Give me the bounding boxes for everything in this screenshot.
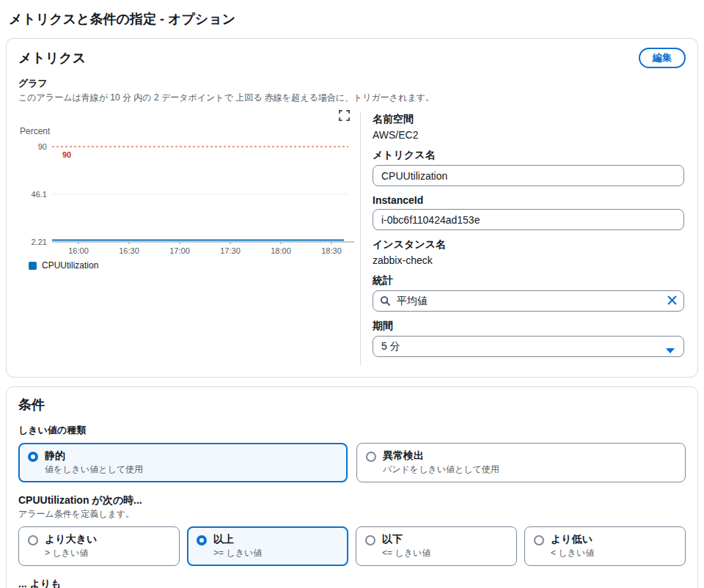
condition-label: CPUUtilization が次の時...: [18, 494, 686, 507]
radio-checked-icon: [197, 535, 207, 545]
instance-id-input[interactable]: [373, 209, 684, 230]
radio-unchecked-icon: [534, 535, 544, 545]
option-description: バンドをしきい値として使用: [383, 463, 499, 476]
option-label: 以下: [382, 533, 430, 546]
clear-statistic-icon[interactable]: [667, 295, 677, 307]
radio-unchecked-icon: [366, 452, 376, 462]
instance-name-value: zabbix-check: [373, 254, 684, 266]
threshold-type-options: 静的 値をしきい値として使用 異常検出 バンドをしきい値として使用: [18, 443, 686, 482]
option-description: > しきい値: [45, 547, 97, 559]
option-description: < しきい値: [551, 547, 594, 559]
namespace-value: AWS/EC2: [373, 129, 684, 141]
edit-button[interactable]: 編集: [639, 48, 686, 68]
option-label: 以上: [213, 533, 262, 546]
svg-text:18:00: 18:00: [271, 246, 291, 255]
operator-less-equal-option[interactable]: 以下 <= しきい値: [356, 526, 517, 566]
option-label: 異常検出: [383, 449, 499, 463]
operator-greater-equal-option[interactable]: 以上 >= しきい値: [187, 526, 348, 566]
statistic-label: 統計: [373, 274, 684, 287]
threshold-value-label: ... よりも: [18, 578, 686, 588]
option-description: 値をしきい値として使用: [45, 463, 143, 476]
radio-unchecked-icon: [365, 535, 375, 545]
svg-text:17:30: 17:30: [220, 246, 241, 255]
svg-text:2.21: 2.21: [32, 238, 47, 246]
instance-name-label: インスタンス名: [373, 238, 684, 251]
search-icon: [380, 295, 391, 309]
svg-text:18:30: 18:30: [321, 246, 342, 255]
option-description: >= しきい値: [213, 547, 262, 559]
period-selected-value: 5 分: [381, 340, 400, 352]
specify-metric-page: メトリクスと条件の指定 - オプション メトリクス 編集 グラフ このアラームは…: [0, 0, 704, 588]
namespace-label: 名前空間: [373, 113, 684, 126]
option-description: <= しきい値: [382, 547, 430, 559]
chart-legend: CPUUtilization: [29, 260, 357, 271]
threshold-type-anomaly-option[interactable]: 異常検出 バンドをしきい値として使用: [356, 443, 686, 482]
svg-text:46.1: 46.1: [32, 190, 47, 199]
svg-text:16:00: 16:00: [68, 246, 89, 255]
expand-chart-icon[interactable]: [339, 110, 350, 123]
metric-plot-svg: 9046.12.219016:0016:3017:0017:3018:0018:…: [18, 138, 354, 257]
threshold-type-static-option[interactable]: 静的 値をしきい値として使用: [18, 443, 348, 482]
statistic-input[interactable]: [373, 290, 684, 312]
page-title: メトリクスと条件の指定 - オプション: [9, 10, 698, 28]
metrics-card: メトリクス 編集 グラフ このアラームは青線が 10 分 内の 2 データポイン…: [6, 38, 698, 378]
y-axis-unit-label: Percent: [20, 126, 357, 136]
conditions-card-title: 条件: [18, 396, 686, 414]
operator-lower-option[interactable]: より低い < しきい値: [524, 526, 686, 566]
metric-name-input[interactable]: [373, 165, 684, 186]
svg-text:17:00: 17:00: [169, 246, 190, 255]
operator-greater-option[interactable]: より大きい > しきい値: [18, 526, 180, 566]
period-select[interactable]: 5 分: [373, 336, 684, 357]
option-label: 静的: [45, 449, 143, 463]
metric-chart: Percent 9046.12.219016:0016:3017:0017:30…: [18, 109, 357, 365]
graph-description: このアラームは青線が 10 分 内の 2 データポイントで 上回る 赤線を超える…: [18, 92, 686, 104]
metrics-card-title: メトリクス: [18, 49, 86, 67]
threshold-type-label: しきい値の種類: [18, 424, 686, 437]
legend-swatch-icon: [29, 262, 37, 270]
metric-fields: 名前空間 AWS/EC2 メトリクス名 InstanceId インスタンス名 z…: [361, 109, 686, 365]
metric-name-label: メトリクス名: [373, 149, 684, 162]
svg-text:90: 90: [38, 142, 47, 151]
graph-label: グラフ: [18, 77, 686, 90]
svg-text:16:30: 16:30: [119, 246, 139, 255]
condition-description: アラーム条件を定義します。: [18, 508, 686, 521]
radio-checked-icon: [28, 452, 38, 462]
period-label: 期間: [373, 320, 684, 333]
svg-text:90: 90: [62, 150, 71, 159]
conditions-card: 条件 しきい値の種類 静的 値をしきい値として使用 異常検出 バンドをしきい値と…: [6, 386, 698, 588]
radio-unchecked-icon: [28, 535, 38, 545]
legend-series-label: CPUUtilization: [42, 260, 98, 271]
operator-options: より大きい > しきい値 以上 >= しきい値 以下 <= しきい値: [18, 526, 686, 566]
chevron-down-icon: [666, 345, 675, 356]
option-label: より低い: [551, 533, 594, 546]
option-label: より大きい: [45, 533, 97, 546]
instance-id-label: InstanceId: [373, 194, 684, 206]
